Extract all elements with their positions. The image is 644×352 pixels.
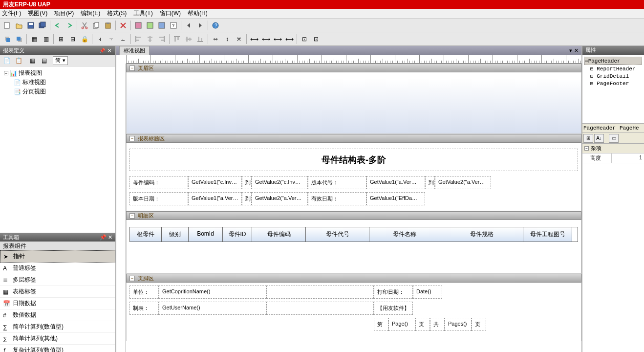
prop-pagefooter[interactable]: ⊞ PageFooter: [584, 80, 642, 87]
tb-copy[interactable]: [91, 20, 102, 31]
report-header-cell[interactable]: GetValue1("EffDa…: [366, 192, 425, 205]
footer-cell[interactable]: [266, 286, 374, 299]
footer-cell[interactable]: 共: [430, 318, 445, 331]
tb-bringfront[interactable]: [2, 34, 13, 44]
footer-cell[interactable]: Date(): [413, 286, 442, 299]
tb-sendback[interactable]: [14, 34, 24, 44]
tb-align-right[interactable]: [156, 34, 167, 44]
tb-a2[interactable]: ⫟: [106, 34, 117, 44]
tb-grid[interactable]: ⊞: [56, 34, 66, 44]
footer-cell[interactable]: GetCopritionName(): [159, 286, 266, 299]
toolbox-pointer[interactable]: ➤指针: [0, 250, 115, 263]
prop-category[interactable]: − 杂项: [582, 144, 644, 154]
tb-lock[interactable]: 🔒: [79, 34, 90, 44]
prop-az-btn[interactable]: A↓: [594, 134, 604, 143]
collapse-icon[interactable]: −: [584, 146, 589, 151]
pin-icon[interactable]: 📌: [99, 47, 105, 53]
detail-column-header[interactable]: 级别: [162, 227, 189, 242]
tb-align-bottom[interactable]: [195, 34, 206, 44]
footer-cell[interactable]: 单位：: [129, 286, 159, 299]
tb-align-center[interactable]: [145, 34, 155, 44]
tb-ungroup[interactable]: ▥: [41, 34, 51, 44]
rd-tb-2[interactable]: 📋: [14, 56, 23, 66]
tb-open[interactable]: [14, 20, 24, 31]
collapse-icon[interactable]: −: [129, 276, 135, 281]
rd-dropdown[interactable]: 简▾: [53, 56, 68, 65]
report-title-label[interactable]: 母件结构表-多阶: [129, 149, 578, 171]
report-header-cell[interactable]: 到: [242, 176, 252, 189]
tb-new[interactable]: [2, 20, 13, 31]
tb-same-width[interactable]: ⇿: [210, 34, 221, 44]
tree-paged-view[interactable]: 📑 分页视图: [2, 87, 113, 96]
detail-column-header[interactable]: 母件工程图号: [523, 227, 572, 242]
tb-centerh[interactable]: ⊡: [299, 34, 310, 44]
report-header-cell[interactable]: GetValue2("a.Ver…: [435, 176, 491, 189]
tb-pane4[interactable]: ?: [168, 20, 179, 31]
menu-edit[interactable]: 编辑(E): [81, 9, 100, 18]
tb-undo[interactable]: [52, 20, 63, 31]
report-header-cell[interactable]: 有效日期：: [308, 192, 366, 205]
report-header-cell[interactable]: 版本日期：: [129, 192, 188, 205]
toolbox-group[interactable]: 报表组件: [0, 242, 115, 250]
rd-tb-4[interactable]: ▤: [39, 56, 49, 66]
tb-saveall[interactable]: [37, 20, 48, 31]
tab-standard[interactable]: 标准视图: [119, 46, 150, 55]
prop-row-height[interactable]: 高度 1: [582, 154, 644, 163]
close-icon[interactable]: ✕: [108, 234, 112, 240]
footer-cell[interactable]: 页: [415, 318, 430, 331]
tb-hspace[interactable]: ⟷: [249, 34, 259, 44]
tb-group[interactable]: ▦: [29, 34, 40, 44]
menu-view[interactable]: 视图(V): [28, 9, 47, 18]
footer-cell[interactable]: [266, 302, 374, 315]
tb-same-height[interactable]: ↕: [222, 34, 233, 44]
close-icon[interactable]: ✕: [107, 47, 112, 53]
tb-centerv[interactable]: ⊡: [311, 34, 322, 44]
tb-delete[interactable]: [118, 20, 129, 31]
detail-column-header[interactable]: BomId: [189, 227, 223, 242]
prop-cat-btn[interactable]: ⊞: [583, 134, 593, 143]
pin-icon[interactable]: 📌: [100, 234, 107, 240]
toolbox-number[interactable]: #数值数据: [0, 309, 115, 321]
toolbox-date[interactable]: 📅日期数据: [0, 298, 115, 309]
menu-file[interactable]: 文件(F): [2, 9, 21, 18]
tb-snap[interactable]: ⊟: [67, 34, 78, 44]
footer-cell[interactable]: Pages(): [445, 318, 472, 331]
tb-a3[interactable]: ⫠: [118, 34, 129, 44]
prop-page-btn[interactable]: ▭: [609, 134, 619, 143]
collapse-icon[interactable]: −: [129, 136, 135, 141]
toolbox-tablelabel[interactable]: ▦表格标签: [0, 286, 115, 298]
close-icon[interactable]: ✕: [574, 47, 579, 54]
detail-column-header[interactable]: 母件代号: [306, 227, 369, 242]
report-header-cell[interactable]: GetValue2("c.Inv…: [252, 176, 308, 189]
tb-help[interactable]: ?: [210, 20, 221, 31]
menu-tools[interactable]: 工具(T): [133, 9, 152, 18]
section-page-header[interactable]: [126, 72, 581, 134]
tree-root[interactable]: − 📊 报表视图: [2, 68, 113, 78]
toolbox-label[interactable]: A普通标签: [0, 263, 115, 274]
section-detail-bar[interactable]: − 明细区: [126, 211, 581, 220]
footer-cell[interactable]: Page(): [388, 318, 415, 331]
tb-pane2[interactable]: [145, 20, 155, 31]
report-header-cell[interactable]: GetValue1("c.Inv…: [188, 176, 242, 189]
tb-prev[interactable]: [183, 20, 194, 31]
toolbox-complex-num[interactable]: ƒ复杂计算列(数值型): [0, 345, 115, 352]
footer-cell[interactable]: 制表：: [129, 302, 159, 315]
prop-reportheader[interactable]: ⊞ ReportHeader: [584, 65, 642, 72]
report-header-cell[interactable]: 版本代号：: [308, 176, 366, 189]
tb-hspace2[interactable]: ⟷: [272, 34, 283, 44]
footer-cell[interactable]: 打印日期：: [374, 286, 413, 299]
footer-cell[interactable]: 页: [472, 318, 486, 331]
tb-a1[interactable]: ⫞: [94, 34, 105, 44]
tb-vspace2[interactable]: ⟷: [284, 34, 295, 44]
report-header-cell[interactable]: 母件编码：: [129, 176, 188, 189]
report-header-cell[interactable]: GetValue2("a.Ver…: [252, 192, 308, 205]
tb-same-size[interactable]: ⤧: [234, 34, 244, 44]
section-page-header-bar[interactable]: − 页眉区: [126, 64, 581, 72]
report-header-cell[interactable]: 到: [425, 176, 435, 189]
dropdown-icon[interactable]: ▾: [569, 47, 572, 54]
detail-column-header[interactable]: 母件ID: [223, 227, 252, 242]
rd-tb-3[interactable]: ▦: [27, 56, 37, 66]
tb-pane3[interactable]: [156, 20, 167, 31]
tb-align-top[interactable]: [172, 34, 182, 44]
rd-tb-1[interactable]: 📄: [2, 56, 12, 66]
